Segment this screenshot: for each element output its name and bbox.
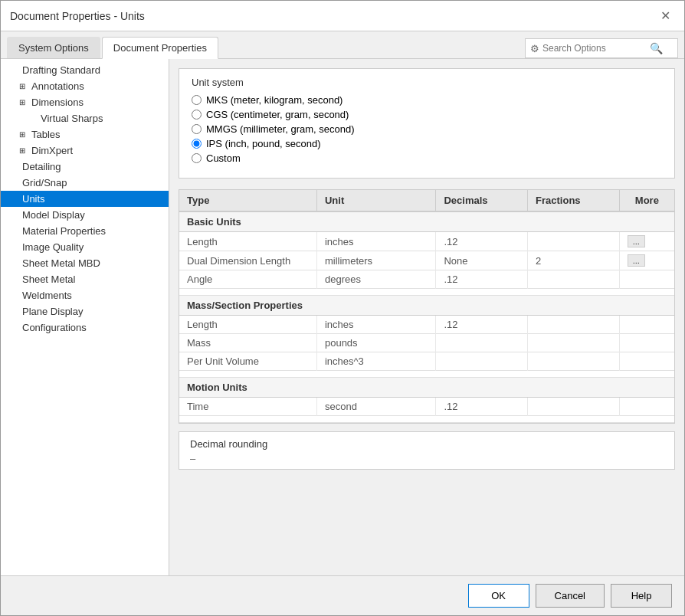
cell-type: Mass (179, 334, 316, 352)
radio-row-mks[interactable]: MKS (meter, kilogram, second) (192, 94, 662, 106)
sidebar-item-units[interactable]: Units (1, 191, 169, 207)
radio-custom[interactable] (192, 153, 202, 163)
cell-fractions (528, 352, 620, 371)
more-button[interactable]: ... (628, 235, 645, 247)
sidebar-item-model-display[interactable]: Model Display (1, 207, 169, 223)
radio-mmgs[interactable] (192, 124, 202, 134)
cell-more (619, 398, 674, 416)
col-header-type: Type (179, 190, 316, 211)
sidebar-item-grid-snap[interactable]: Grid/Snap (1, 175, 169, 191)
gear-icon: ⚙ (530, 43, 539, 54)
sidebar-item-image-quality[interactable]: Image Quality (1, 239, 169, 255)
unit-system-title: Unit system (192, 77, 662, 88)
radio-mks[interactable] (192, 95, 202, 105)
section-header: Motion Units (179, 378, 674, 398)
spacer-row (179, 416, 674, 423)
radio-cgs[interactable] (192, 110, 202, 120)
sidebar-item-sheet-metal-mbd[interactable]: Sheet Metal MBD (1, 255, 169, 271)
table-row: Lengthinches.12 (179, 316, 674, 334)
cell-unit: inches (316, 232, 436, 251)
sidebar-item-label: Model Display (22, 209, 85, 221)
right-panel: Unit system MKS (meter, kilogram, second… (169, 59, 684, 575)
sidebar-item-sheet-metal[interactable]: Sheet Metal (1, 271, 169, 287)
sidebar-item-label: DimXpert (31, 145, 73, 156)
sidebar-item-detailing[interactable]: Detailing (1, 159, 169, 175)
sidebar-item-virtual-sharps[interactable]: Virtual Sharps (1, 110, 169, 126)
search-button[interactable]: 🔍 (650, 42, 663, 54)
cell-unit: pounds (316, 334, 436, 352)
cell-more[interactable]: ... (619, 232, 674, 251)
cell-more[interactable]: ... (619, 251, 674, 270)
sidebar-item-label: Units (22, 193, 45, 205)
cell-more (619, 316, 674, 334)
sidebar-item-label: Drafting Standard (22, 64, 100, 76)
cell-fractions: 2 (528, 251, 620, 270)
cell-unit: inches^3 (316, 352, 436, 371)
sidebar-item-label: Sheet Metal MBD (22, 257, 100, 269)
dialog-title: Document Properties - Units (10, 10, 145, 22)
decimal-rounding-title: Decimal rounding (190, 438, 664, 450)
search-input[interactable] (542, 43, 650, 54)
sidebar-item-material-properties[interactable]: Material Properties (1, 223, 169, 239)
right-scroll-wrapper: Unit system MKS (meter, kilogram, second… (169, 59, 684, 575)
bottom-bar: OK Cancel Help (1, 575, 684, 615)
cell-unit: inches (316, 316, 436, 334)
sidebar-item-label: Plane Display (22, 306, 84, 317)
sidebar-item-label: Grid/Snap (22, 177, 67, 188)
expand-icon: ⊞ (19, 146, 28, 155)
table-row: Dual Dimension LengthmillimetersNone2... (179, 251, 674, 270)
cell-type: Angle (179, 270, 316, 289)
sidebar-item-weldments[interactable]: Weldments (1, 287, 169, 303)
help-button[interactable]: Help (611, 584, 672, 608)
cell-decimals (436, 334, 528, 352)
cell-type: Length (179, 316, 316, 334)
cell-fractions (528, 316, 620, 334)
col-header-unit: Unit (316, 190, 436, 211)
sidebar-item-drafting-standard[interactable]: Drafting Standard (1, 62, 169, 78)
radio-row-ips[interactable]: IPS (inch, pound, second) (192, 138, 662, 149)
cell-fractions (528, 232, 620, 251)
close-button[interactable]: ✕ (656, 7, 675, 25)
cell-unit: second (316, 398, 436, 416)
radio-row-cgs[interactable]: CGS (centimeter, gram, second) (192, 109, 662, 120)
cell-decimals: .12 (436, 232, 528, 251)
expand-icon: ⊞ (19, 130, 28, 139)
radio-label-cgs: CGS (centimeter, gram, second) (206, 109, 349, 120)
unit-system-box: Unit system MKS (meter, kilogram, second… (179, 68, 675, 179)
radio-label-mks: MKS (meter, kilogram, second) (206, 94, 342, 106)
cell-decimals: None (436, 251, 528, 270)
tab-document-properties[interactable]: Document Properties (102, 37, 218, 59)
sidebar-item-dimensions[interactable]: ⊞Dimensions (1, 94, 169, 110)
tab-bar: System Options Document Properties ⚙ 🔍 (1, 31, 684, 59)
spacer-row (179, 371, 674, 378)
tab-system-options[interactable]: System Options (7, 37, 100, 58)
sidebar-item-plane-display[interactable]: Plane Display (1, 303, 169, 319)
cell-decimals: .12 (436, 270, 528, 289)
sidebar: Drafting Standard⊞Annotations⊞Dimensions… (1, 59, 169, 575)
cell-decimals: .12 (436, 398, 528, 416)
cell-decimals (436, 352, 528, 371)
sidebar-item-label: Virtual Sharps (41, 113, 103, 124)
sidebar-item-label: Weldments (22, 290, 72, 301)
sidebar-item-dimxpert[interactable]: ⊞DimXpert (1, 143, 169, 159)
radio-options: MKS (meter, kilogram, second)CGS (centim… (192, 94, 662, 164)
radio-row-custom[interactable]: Custom (192, 152, 662, 164)
cell-fractions (528, 334, 620, 352)
col-header-fractions: Fractions (528, 190, 620, 211)
table-body: Basic UnitsLengthinches.12...Dual Dimens… (179, 211, 674, 423)
ok-button[interactable]: OK (468, 584, 529, 608)
sidebar-item-configurations[interactable]: Configurations (1, 319, 169, 336)
cancel-button[interactable]: Cancel (536, 584, 605, 608)
main-content: Drafting Standard⊞Annotations⊞Dimensions… (1, 59, 684, 575)
cell-decimals: .12 (436, 316, 528, 334)
cell-more (619, 352, 674, 371)
decimal-rounding-value: – (190, 453, 664, 464)
sidebar-item-tables[interactable]: ⊞Tables (1, 126, 169, 143)
radio-row-mmgs[interactable]: MMGS (millimeter, gram, second) (192, 123, 662, 135)
cell-unit: millimeters (316, 251, 436, 270)
more-button[interactable]: ... (628, 254, 645, 267)
search-box: ⚙ 🔍 (525, 38, 678, 58)
cell-type: Per Unit Volume (179, 352, 316, 371)
sidebar-item-annotations[interactable]: ⊞Annotations (1, 78, 169, 94)
radio-ips[interactable] (192, 139, 202, 149)
